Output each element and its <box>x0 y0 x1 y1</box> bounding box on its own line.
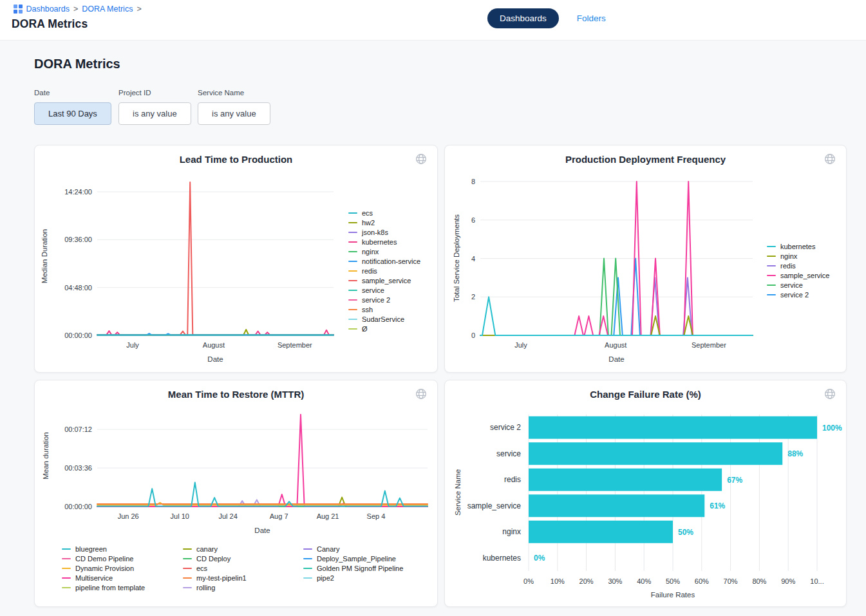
breadcrumb-link-dora-metrics[interactable]: DORA Metrics <box>82 5 133 14</box>
y-axis-tick: 00:00:00 <box>53 331 92 339</box>
x-axis-tick: Jul 24 <box>199 512 257 520</box>
card-change-failure-rate: Change Failure Rate (%) 100%88%67%61%50%… <box>444 380 847 607</box>
legend-item-ecs[interactable]: ecs <box>348 209 373 217</box>
mttr-chart: 00:00:0000:03:3600:07:12Jun 26Jul 10Jul … <box>35 380 437 606</box>
legend-label: redis <box>362 267 377 275</box>
legend-label: ssh <box>362 306 373 313</box>
legend-item-Multiservice[interactable]: Multiservice <box>62 574 113 582</box>
y-axis-tick: 14:24:00 <box>53 188 92 196</box>
legend-swatch <box>767 265 776 267</box>
legend-label: CD Deploy <box>196 555 231 563</box>
legend-item-kubernetes[interactable]: kubernetes <box>348 238 397 246</box>
legend-item-service[interactable]: service <box>767 281 803 289</box>
card-mttr: Mean Time to Restore (MTTR) 00:00:0000:0… <box>34 380 438 607</box>
legend-swatch <box>348 241 357 243</box>
dashboards-grid-icon <box>14 5 23 14</box>
filter-project-id: Project ID is any value <box>118 89 191 125</box>
filter-date-label: Date <box>34 89 111 97</box>
x-axis-tick: 10... <box>788 577 846 585</box>
bar-nginx <box>529 521 673 543</box>
legend-swatch <box>348 232 357 234</box>
x-axis-title: Date <box>198 527 327 534</box>
legend-item-CD Demo Pipeline[interactable]: CD Demo Pipeline <box>62 555 133 563</box>
series-line-nginx <box>480 316 753 335</box>
legend-item-rolling[interactable]: rolling <box>183 584 215 592</box>
legend-swatch <box>62 587 71 589</box>
chart-plot: 100%88%67%61%50%0% <box>529 415 817 571</box>
legend-item-nginx[interactable]: nginx <box>767 252 797 260</box>
legend-item-Deploy_Sample_Pipeline[interactable]: Deploy_Sample_Pipeline <box>303 555 396 563</box>
legend-item-service 2[interactable]: service 2 <box>767 291 809 299</box>
dashboard-heading: DORA Metrics <box>34 57 120 71</box>
legend-swatch <box>348 328 357 330</box>
bar-value-label: 100% <box>822 424 842 433</box>
y-axis-title: Total Service Deployments <box>453 194 460 322</box>
legend-item-my-test-pipelin1[interactable]: my-test-pipelin1 <box>183 574 247 582</box>
legend-item-notification-service[interactable]: notification-service <box>348 257 420 265</box>
date-filter-button[interactable]: Last 90 Days <box>34 102 111 125</box>
legend-item-Canary[interactable]: Canary <box>303 545 339 553</box>
bar-value-label: 88% <box>787 449 803 458</box>
legend-label: pipe2 <box>317 574 334 582</box>
legend-item-redis[interactable]: redis <box>767 262 796 270</box>
legend-item-Dynamic Provision[interactable]: Dynamic Provision <box>62 565 134 572</box>
legend-item-SudarService[interactable]: SudarService <box>348 315 404 323</box>
legend-swatch <box>62 558 71 560</box>
service-name-filter-button[interactable]: is any value <box>198 102 270 125</box>
legend-label: kubernetes <box>362 238 397 246</box>
legend-item-ecs[interactable]: ecs <box>183 565 207 572</box>
legend-label: hw2 <box>362 219 375 227</box>
legend-item-ssh[interactable]: ssh <box>348 306 373 313</box>
legend-item-CD Deploy[interactable]: CD Deploy <box>183 555 231 563</box>
legend-swatch <box>62 577 71 579</box>
chart-plot <box>97 406 428 507</box>
legend-label: Ø <box>362 325 368 333</box>
legend-item-pipeline from template[interactable]: pipeline from template <box>62 584 145 592</box>
legend-label: Multiservice <box>75 574 113 582</box>
legend-item-sample_service[interactable]: sample_service <box>767 272 829 279</box>
breadcrumb: Dashboards > DORA Metrics > <box>14 5 142 14</box>
legend-item-nginx[interactable]: nginx <box>348 248 379 256</box>
legend-swatch <box>303 577 312 579</box>
legend-label: ecs <box>362 209 373 217</box>
legend-item-bluegreen[interactable]: bluegreen <box>62 545 107 553</box>
legend-item-hw2[interactable]: hw2 <box>348 219 375 227</box>
legend-swatch <box>348 299 357 301</box>
legend-label: service <box>780 281 803 289</box>
legend-item-pipe2[interactable]: pipe2 <box>303 574 334 582</box>
legend-label: Canary <box>317 545 339 553</box>
legend-label: CD Demo Pipeline <box>75 555 133 563</box>
legend-item-json-k8s[interactable]: json-k8s <box>348 229 388 236</box>
legend-swatch <box>767 285 776 286</box>
tab-dashboards[interactable]: Dashboards <box>487 8 559 28</box>
card-deploy-frequency: Production Deployment Frequency 02468Jul… <box>444 145 847 373</box>
bar-service <box>529 442 782 465</box>
legend-item-service[interactable]: service <box>348 286 384 294</box>
project-id-filter-button[interactable]: is any value <box>118 102 191 125</box>
legend-item-Ø[interactable]: Ø <box>348 325 368 333</box>
x-axis-title: Date <box>151 355 280 363</box>
page-title: DORA Metrics <box>12 17 88 31</box>
legend-label: sample_service <box>780 272 829 279</box>
breadcrumb-link-dashboards[interactable]: Dashboards <box>26 5 70 14</box>
tab-folders[interactable]: Folders <box>577 14 606 23</box>
legend-item-kubernetes[interactable]: kubernetes <box>767 243 815 250</box>
legend-swatch <box>348 290 357 292</box>
legend-swatch <box>348 251 357 253</box>
legend-label: service 2 <box>780 291 809 299</box>
legend-item-canary[interactable]: canary <box>183 545 218 553</box>
legend-item-redis[interactable]: redis <box>348 267 377 275</box>
legend-swatch <box>303 568 312 570</box>
legend-label: sample_service <box>362 277 411 285</box>
legend-item-Golden PM Signoff Pipeline[interactable]: Golden PM Signoff Pipeline <box>303 565 403 572</box>
legend-swatch <box>303 548 312 550</box>
legend-swatch <box>348 319 357 321</box>
legend-item-service 2[interactable]: service 2 <box>348 296 390 304</box>
y-axis-tick: 0 <box>437 331 475 339</box>
legend-label: rolling <box>196 584 215 592</box>
y-axis-title: Mean duration <box>42 391 50 520</box>
legend-swatch <box>303 558 312 560</box>
legend-item-sample_service[interactable]: sample_service <box>348 277 411 285</box>
y-axis-tick: 00:00:00 <box>53 503 92 510</box>
change-failure-rate-chart: 100%88%67%61%50%0%0%10%20%30%40%50%60%70… <box>445 380 846 606</box>
